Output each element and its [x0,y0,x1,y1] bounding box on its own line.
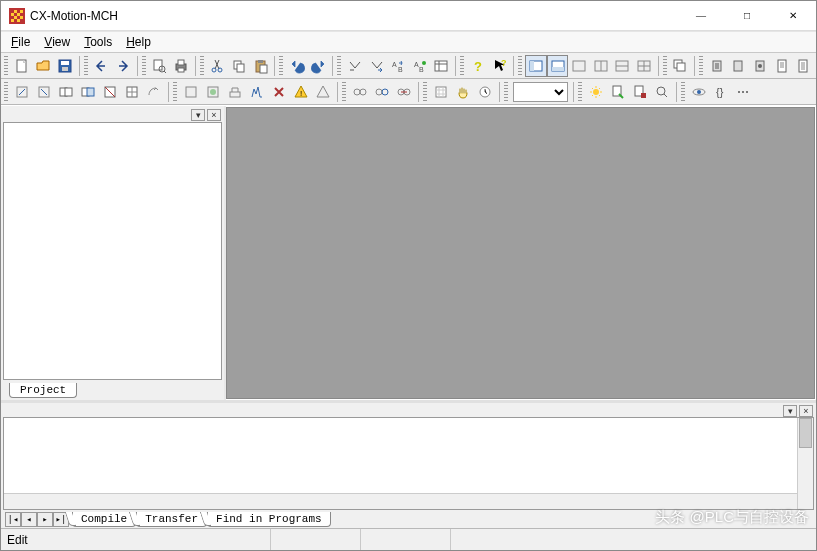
toolbar-grip[interactable] [173,82,177,102]
menu-tools[interactable]: Tools [78,33,118,51]
mem2-icon[interactable] [728,55,750,77]
scrollbar-horizontal[interactable] [4,493,797,509]
toolbar-grip[interactable] [578,82,582,102]
tab-project[interactable]: Project [9,383,77,398]
redo-icon[interactable] [308,55,330,77]
find-prog-icon[interactable] [651,81,673,103]
toolbar-grip[interactable] [200,56,204,76]
menu-file[interactable]: File [5,33,36,51]
undo-icon[interactable] [286,55,308,77]
tab-compile[interactable]: Compile [72,512,136,527]
warning2-icon[interactable] [312,81,334,103]
mem1-icon[interactable] [706,55,728,77]
menu-view[interactable]: View [38,33,76,51]
sun-icon[interactable] [585,81,607,103]
view6-icon[interactable] [633,55,655,77]
stop-icon[interactable] [629,81,651,103]
tab-transfer[interactable]: Transfer [136,512,207,527]
arrow-left-icon[interactable] [91,55,113,77]
tab-prev-icon[interactable]: ◂ [21,512,37,527]
svg-point-57 [376,89,382,95]
tool-a6-icon[interactable] [121,81,143,103]
toolbar-grip[interactable] [279,56,283,76]
replace-icon[interactable]: AB [388,55,410,77]
scrollbar-vertical[interactable] [797,418,813,509]
view5-icon[interactable] [612,55,634,77]
toolbar-grip[interactable] [423,82,427,102]
toolbar-grip[interactable] [84,56,88,76]
props-icon[interactable] [431,55,453,77]
toolbar-grip[interactable] [681,82,685,102]
toolbar-grip[interactable] [337,56,341,76]
view-project-icon[interactable] [525,55,547,77]
brace-icon[interactable]: {} [710,81,732,103]
more-icon[interactable] [732,81,754,103]
cut-icon[interactable] [207,55,229,77]
toolbar-grip[interactable] [504,82,508,102]
maximize-button[interactable]: □ [724,1,770,31]
context-help-icon[interactable]: ? [489,55,511,77]
warning-icon[interactable]: ! [290,81,312,103]
tool-b4-icon[interactable] [246,81,268,103]
tool-b2-icon[interactable] [202,81,224,103]
copy-icon[interactable] [228,55,250,77]
toolbar-grip[interactable] [699,56,703,76]
tool-a7-icon[interactable] [143,81,165,103]
project-tree[interactable] [3,122,222,380]
paste-icon[interactable] [250,55,272,77]
link3-icon[interactable] [393,81,415,103]
cascade-icon[interactable] [670,55,692,77]
view3-icon[interactable] [568,55,590,77]
output-text[interactable] [3,417,814,510]
toolbar-grip[interactable] [460,56,464,76]
delete-icon[interactable] [268,81,290,103]
toolbar-grip[interactable] [4,82,8,102]
panel-dropdown-icon[interactable]: ▾ [783,405,797,417]
tool-a1-icon[interactable] [11,81,33,103]
find-next-icon[interactable] [366,55,388,77]
toolbar-grip[interactable] [4,56,8,76]
svg-rect-61 [436,87,446,97]
toolbar-grip[interactable] [518,56,522,76]
hand-icon[interactable] [452,81,474,103]
toolbar-grip[interactable] [342,82,346,102]
grid-icon[interactable] [430,81,452,103]
link2-icon[interactable] [371,81,393,103]
panel-dropdown-icon[interactable]: ▾ [191,109,205,121]
zoom-combo[interactable] [513,82,568,102]
tool-b1-icon[interactable] [180,81,202,103]
minimize-button[interactable]: — [678,1,724,31]
tool-a2-icon[interactable] [33,81,55,103]
watch-icon[interactable] [688,81,710,103]
open-icon[interactable] [33,55,55,77]
view-output-icon[interactable] [547,55,569,77]
tab-next-icon[interactable]: ▸ [37,512,53,527]
bookmark-icon[interactable]: AB [409,55,431,77]
print-icon[interactable] [170,55,192,77]
doc1-icon[interactable] [771,55,793,77]
tab-find[interactable]: Find in Programs [207,512,331,527]
panel-close-icon[interactable]: × [799,405,813,417]
mem3-icon[interactable] [749,55,771,77]
new-icon[interactable] [11,55,33,77]
tool-a3-icon[interactable] [55,81,77,103]
link1-icon[interactable] [349,81,371,103]
tool-b3-icon[interactable] [224,81,246,103]
arrow-right-icon[interactable] [112,55,134,77]
tool-a5-icon[interactable] [99,81,121,103]
tool-a4-icon[interactable] [77,81,99,103]
help-icon[interactable]: ? [467,55,489,77]
find-icon[interactable] [344,55,366,77]
panel-close-icon[interactable]: × [207,109,221,121]
menu-help[interactable]: Help [120,33,157,51]
view4-icon[interactable] [590,55,612,77]
doc2-icon[interactable] [792,55,814,77]
print-preview-icon[interactable] [149,55,171,77]
toolbar-grip[interactable] [663,56,667,76]
toolbar-grip[interactable] [142,56,146,76]
clock-icon[interactable] [474,81,496,103]
save-icon[interactable] [54,55,76,77]
run-icon[interactable] [607,81,629,103]
tab-first-icon[interactable]: |◂ [5,512,21,527]
close-button[interactable]: ✕ [770,1,816,31]
